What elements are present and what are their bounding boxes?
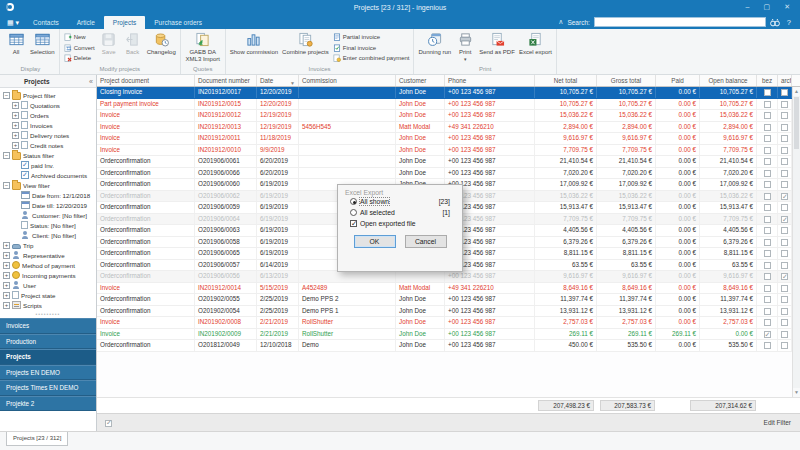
- nav-projects-en-demo[interactable]: Projects EN DEMO: [0, 365, 96, 381]
- column-header-document-number[interactable]: Document number: [195, 75, 257, 86]
- open-exported-file-option[interactable]: Open exported file: [350, 218, 450, 229]
- arch-checkbox[interactable]: [781, 239, 788, 246]
- tree-item-paid-inv[interactable]: paid Inv.: [0, 160, 96, 170]
- bez-checkbox[interactable]: [764, 216, 771, 223]
- tree-item-invoices[interactable]: +Invoices: [0, 120, 96, 130]
- arch-checkbox[interactable]: [781, 135, 788, 142]
- scroll-down-icon[interactable]: ▼: [793, 388, 800, 397]
- grid-row[interactable]: OrderconfirmationO201902/00552/25/2019De…: [97, 294, 800, 306]
- column-header-phone[interactable]: Phone: [445, 75, 535, 86]
- column-header-arch[interactable]: arch: [778, 75, 792, 86]
- arch-checkbox[interactable]: [781, 112, 788, 119]
- column-header-open-balance[interactable]: Open balance: [700, 75, 757, 86]
- tree-item-customer-no-filter[interactable]: Customer: [No filter]: [0, 210, 96, 220]
- bez-checkbox[interactable]: [764, 296, 771, 303]
- arch-checkbox[interactable]: [781, 308, 788, 315]
- bez-checkbox[interactable]: [764, 273, 771, 280]
- partial-invoice-button[interactable]: Partial invoice: [333, 32, 410, 42]
- column-header-net-total[interactable]: Net total: [535, 75, 597, 86]
- close-button[interactable]: ✕: [784, 3, 790, 11]
- grid-row[interactable]: InvoiceIN201912/00145/15/2019A452489Matt…: [97, 283, 800, 295]
- tab-contacts[interactable]: Contacts: [24, 16, 68, 29]
- grid-row[interactable]: OrderconfirmationO201812/004912/10/2018D…: [97, 340, 800, 352]
- column-header-paid[interactable]: Paid: [656, 75, 700, 86]
- search-binoculars-icon[interactable]: [770, 18, 780, 27]
- bez-checkbox[interactable]: [764, 239, 771, 246]
- plus-expander-icon[interactable]: +: [3, 242, 10, 249]
- radio-selected-icon[interactable]: [350, 198, 357, 205]
- option-all-selected[interactable]: All selected [1]: [350, 207, 450, 218]
- arch-checkbox[interactable]: [781, 89, 788, 96]
- grid-row[interactable]: InvoiceIN201912/00109/9/2019John Doe+00 …: [97, 145, 800, 157]
- send-as-pdf-button[interactable]: Send as PDF: [477, 30, 517, 65]
- arch-checkbox[interactable]: [781, 342, 788, 349]
- grid-row[interactable]: OrderconfirmationO201906/00616/20/2019Jo…: [97, 156, 800, 168]
- tree-item-status-filter[interactable]: −Status filter: [0, 150, 96, 160]
- minus-expander-icon[interactable]: −: [3, 182, 10, 189]
- arch-checkbox[interactable]: [781, 101, 788, 108]
- tree-item-credit-notes[interactable]: +Credit notes: [0, 140, 96, 150]
- bez-checkbox[interactable]: [764, 227, 771, 234]
- scroll-up-icon[interactable]: ▲: [793, 87, 800, 96]
- bez-checkbox[interactable]: [764, 250, 771, 257]
- print-button[interactable]: Print ▾: [453, 30, 477, 65]
- grid-row[interactable]: InvoiceIN201912/001312/19/20195456H545Ma…: [97, 122, 800, 134]
- bez-checkbox[interactable]: [764, 285, 771, 292]
- plus-expander-icon[interactable]: +: [3, 302, 10, 309]
- grid-row[interactable]: InvoiceIN201912/001212/19/2019John Doe+0…: [97, 110, 800, 122]
- tree-item-view-filter[interactable]: −View filter: [0, 180, 96, 190]
- excel-export-button[interactable]: Excel export: [517, 30, 554, 65]
- column-header-project-document[interactable]: Project document: [97, 75, 195, 86]
- tree-item-orders[interactable]: +Orders: [0, 110, 96, 120]
- checkbox-checked-icon[interactable]: [350, 220, 357, 227]
- bez-checkbox[interactable]: [764, 319, 771, 326]
- tree-item-status-no-filter[interactable]: Status: [No filter]: [0, 220, 96, 230]
- bez-checkbox[interactable]: [764, 124, 771, 131]
- arch-checkbox[interactable]: [781, 262, 788, 269]
- plus-expander-icon[interactable]: +: [3, 292, 10, 299]
- filter-checkbox-icon[interactable]: [105, 420, 112, 427]
- arch-checkbox[interactable]: [781, 319, 788, 326]
- tree-item-project-filter[interactable]: −Project filter: [0, 90, 96, 100]
- enter-combined-payment-button[interactable]: Enter combined payment: [333, 53, 410, 63]
- plus-expander-icon[interactable]: +: [3, 252, 10, 259]
- column-header-customer[interactable]: Customer: [396, 75, 445, 86]
- tree-item-method-of-payment[interactable]: +Method of payment: [0, 260, 96, 270]
- tree-item-trip[interactable]: +Trip: [0, 240, 96, 250]
- arch-checkbox[interactable]: [781, 124, 788, 131]
- grid-row[interactable]: InvoiceIN201912/001111/18/2019John Doe+0…: [97, 133, 800, 145]
- grid-row[interactable]: OrderconfirmationO201902/00542/25/2019De…: [97, 306, 800, 318]
- sidebar-splitter[interactable]: •••••••••: [0, 310, 96, 318]
- arch-checkbox[interactable]: [781, 250, 788, 257]
- delete-button[interactable]: Delete: [64, 53, 95, 63]
- nav-invoices[interactable]: Invoices: [0, 318, 96, 334]
- ok-button[interactable]: OK: [354, 235, 396, 248]
- final-invoice-button[interactable]: Final invoice: [333, 43, 410, 53]
- bez-checkbox[interactable]: [764, 193, 771, 200]
- plus-expander-icon[interactable]: +: [12, 142, 19, 149]
- grid-row[interactable]: Part payment invoiceIN201912/001512/20/2…: [97, 99, 800, 111]
- bez-checkbox[interactable]: [764, 89, 771, 96]
- plus-expander-icon[interactable]: +: [3, 272, 10, 279]
- bez-checkbox[interactable]: [764, 135, 771, 142]
- tree-item-scripts[interactable]: +Scripts: [0, 300, 96, 310]
- nav-production[interactable]: Production: [0, 334, 96, 350]
- grid-row[interactable]: InvoiceIN201902/00082/21/2019RollShutter…: [97, 317, 800, 329]
- arch-checkbox[interactable]: [781, 285, 788, 292]
- minus-expander-icon[interactable]: −: [3, 92, 10, 99]
- column-header-gross-total[interactable]: Gross total: [597, 75, 656, 86]
- maximize-button[interactable]: ▢: [764, 3, 771, 11]
- search-input[interactable]: [594, 17, 766, 27]
- nav-projects-times-en-demo[interactable]: Projects Times EN DEMO: [0, 380, 96, 396]
- tree-item-archived-documents[interactable]: Archived documents: [0, 170, 96, 180]
- tree-item-representative[interactable]: +Representative: [0, 250, 96, 260]
- new-button[interactable]: New: [64, 32, 95, 42]
- combine-projects-button[interactable]: Combine projects: [280, 30, 331, 65]
- convert-button[interactable]: Convert: [64, 43, 95, 53]
- tree-item-quotations[interactable]: +Quotations: [0, 100, 96, 110]
- arch-checkbox[interactable]: [781, 227, 788, 234]
- tab-purchase-orders[interactable]: Purchase orders: [145, 16, 211, 29]
- nav-projekte-2[interactable]: Projekte 2: [0, 396, 96, 412]
- sidebar-collapse-button[interactable]: «: [89, 78, 93, 85]
- arch-checkbox[interactable]: [781, 296, 788, 303]
